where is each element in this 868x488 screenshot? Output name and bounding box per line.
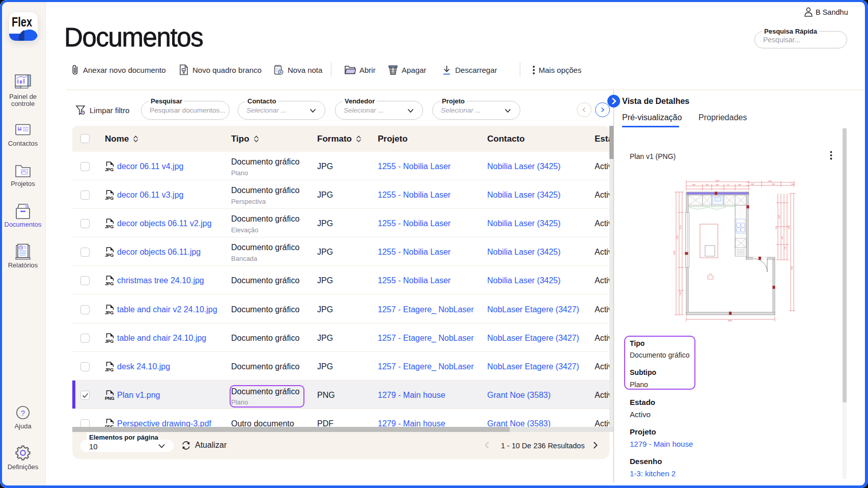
svg-text:950: 950 (706, 184, 709, 186)
svg-text:4850: 4850 (728, 320, 732, 322)
svg-text:JPG: JPG (105, 167, 114, 172)
svg-text:JPG: JPG (105, 196, 114, 200)
svg-text:JPG: JPG (105, 367, 114, 372)
svg-text:JPG: JPG (105, 281, 114, 286)
svg-text:JPG: JPG (105, 339, 114, 343)
svg-text:3100: 3100 (715, 180, 719, 182)
svg-text:900: 900 (781, 236, 783, 239)
svg-text:2030: 2030 (788, 225, 790, 229)
svg-text:1240: 1240 (778, 215, 780, 219)
svg-text:450: 450 (775, 226, 777, 229)
svg-text:1500: 1500 (768, 180, 772, 182)
svg-text:930: 930 (772, 183, 775, 185)
svg-text:Flex: Flex (12, 14, 32, 30)
svg-text:JPG: JPG (105, 310, 114, 315)
svg-text:7000: 7000 (791, 266, 793, 270)
svg-text:942: 942 (738, 184, 741, 186)
svg-text:890: 890 (692, 184, 695, 186)
svg-text:2100: 2100 (680, 291, 682, 295)
svg-text:PNG: PNG (105, 396, 115, 400)
svg-text:962: 962 (716, 184, 719, 186)
svg-text:10: 10 (727, 184, 729, 186)
svg-text:6480: 6480 (674, 251, 676, 255)
svg-text:?: ? (21, 409, 25, 417)
svg-text:5000: 5000 (677, 235, 679, 239)
svg-text:JPG: JPG (105, 253, 114, 257)
svg-text:740: 740 (785, 247, 787, 250)
svg-text:240: 240 (791, 183, 794, 185)
svg-text:JPG: JPG (105, 224, 114, 229)
svg-text:530: 530 (751, 183, 754, 185)
svg-text:3010: 3010 (680, 225, 682, 229)
